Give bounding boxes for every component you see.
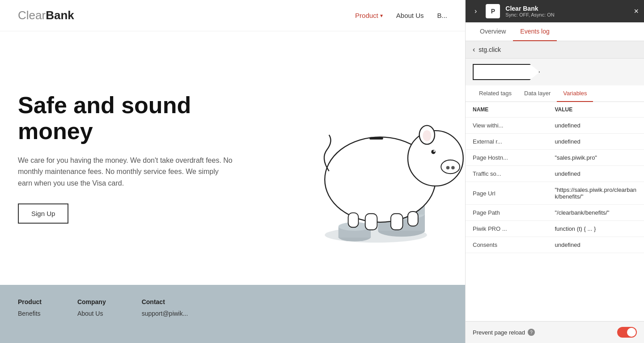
svg-point-17 <box>423 130 431 141</box>
nav-other[interactable]: B... <box>437 12 447 19</box>
var-value-0: undefined <box>555 122 637 129</box>
signup-button[interactable]: Sign Up <box>18 203 68 224</box>
svg-rect-18 <box>369 137 383 140</box>
devtools-footer: Prevent page reload ? <box>466 321 644 343</box>
nav-links: Product About Us B... <box>355 12 447 19</box>
var-value-5: "/clearbank/benefits/" <box>555 209 637 216</box>
nav-product[interactable]: Product <box>355 12 383 19</box>
prevent-reload-text: Prevent page reload <box>473 329 525 336</box>
event-name: stg.click <box>479 46 501 53</box>
var-name-0: View withi... <box>473 122 555 129</box>
svg-point-13 <box>451 166 455 169</box>
sub-tabs: Related tags Data layer Variables <box>466 85 644 102</box>
logo-clear: Clear <box>18 8 46 22</box>
hero-description: We care for you having the money. We don… <box>18 155 233 189</box>
toggle-knob <box>627 328 636 337</box>
var-name-4: Page Url <box>473 190 555 197</box>
table-row: Traffic so... undefined <box>466 166 644 182</box>
svg-point-11 <box>441 160 460 173</box>
var-name-3: Traffic so... <box>473 170 555 177</box>
svg-rect-19 <box>365 213 377 229</box>
nav-about[interactable]: About Us <box>396 12 424 19</box>
devtools-logo: P <box>486 4 500 18</box>
tag-arrow <box>473 64 540 80</box>
footer-product-title: Product <box>18 298 42 305</box>
devtools-header: › P Clear Bank Sync: OFF, Async: ON × <box>466 0 644 22</box>
table-row: View withi... undefined <box>466 118 644 134</box>
subtab-data-layer[interactable]: Data layer <box>518 85 557 102</box>
table-header: NAME VALUE <box>466 102 644 118</box>
piggy-illustration <box>295 69 465 248</box>
subtab-related-tags[interactable]: Related tags <box>473 85 518 102</box>
var-value-7: undefined <box>555 241 637 248</box>
site-logo: Clear Bank <box>18 8 74 22</box>
var-value-6: function (t) { ... } <box>555 225 637 232</box>
svg-rect-20 <box>391 213 403 229</box>
table-row: External r... undefined <box>466 134 644 150</box>
svg-point-15 <box>433 150 435 152</box>
footer-company-col: Company About Us <box>77 298 106 330</box>
var-name-5: Page Path <box>473 209 555 216</box>
table-row: Page Hostn... "sales.piwik.pro" <box>466 150 644 166</box>
devtools-app-name: Clear Bank <box>505 5 628 12</box>
svg-point-10 <box>408 131 463 186</box>
devtools-close-button[interactable]: × <box>634 7 639 16</box>
devtools-app-info: Clear Bank Sync: OFF, Async: ON <box>505 5 628 17</box>
help-icon[interactable]: ? <box>528 329 535 336</box>
var-name-7: Consents <box>473 241 555 248</box>
hero-title: Safe and sound money <box>18 93 242 144</box>
hero-section: Safe and sound money We care for you hav… <box>0 31 465 285</box>
tab-overview[interactable]: Overview <box>473 22 513 41</box>
variables-table: NAME VALUE View withi... undefined Exter… <box>466 102 644 321</box>
subtab-variables[interactable]: Variables <box>557 85 593 102</box>
event-row: ‹ stg.click <box>466 41 644 59</box>
svg-point-12 <box>446 166 450 169</box>
table-row: Page Path "/clearbank/benefits/" <box>466 205 644 221</box>
svg-rect-21 <box>348 212 359 227</box>
svg-rect-22 <box>408 212 418 226</box>
var-value-1: undefined <box>555 138 637 145</box>
prevent-reload-label: Prevent page reload ? <box>473 329 535 336</box>
hero-illustration <box>295 69 465 248</box>
table-row: Piwik PRO ... function (t) { ... } <box>466 221 644 237</box>
hero-text: Safe and sound money We care for you hav… <box>18 93 242 223</box>
table-row: Consents undefined <box>466 237 644 253</box>
var-value-4: "https://sales.piwik.pro/clearbank/benef… <box>555 186 637 200</box>
var-value-3: undefined <box>555 170 637 177</box>
back-button[interactable]: ‹ <box>473 46 475 54</box>
col-value-header: VALUE <box>555 106 637 113</box>
website: Clear Bank Product About Us B... Safe an… <box>0 0 465 343</box>
var-name-2: Page Hostn... <box>473 154 555 161</box>
svg-point-14 <box>431 149 436 154</box>
logo-bank: Bank <box>46 8 74 22</box>
tag-arrow-container <box>466 59 644 85</box>
footer-company-about[interactable]: About Us <box>77 310 106 317</box>
devtools-main-tabs: Overview Events log <box>466 22 644 41</box>
table-row: Page Url "https://sales.piwik.pro/clearb… <box>466 182 644 205</box>
prevent-reload-toggle[interactable] <box>617 327 637 338</box>
site-footer: Product Benefits Company About Us Contac… <box>0 285 465 343</box>
footer-contact-col: Contact support@piwik... <box>142 298 188 330</box>
footer-contact-email[interactable]: support@piwik... <box>142 310 188 317</box>
devtools-app-status: Sync: OFF, Async: ON <box>505 12 628 17</box>
devtools-expand-button[interactable]: › <box>471 5 480 17</box>
footer-product-col: Product Benefits <box>18 298 42 330</box>
devtools-panel: › P Clear Bank Sync: OFF, Async: ON × Ov… <box>465 0 644 343</box>
col-name-header: NAME <box>473 106 555 113</box>
footer-contact-title: Contact <box>142 298 188 305</box>
footer-company-title: Company <box>77 298 106 305</box>
tab-events-log[interactable]: Events log <box>513 22 556 41</box>
navbar: Clear Bank Product About Us B... <box>0 0 465 31</box>
footer-product-benefits[interactable]: Benefits <box>18 310 42 317</box>
var-name-1: External r... <box>473 138 555 145</box>
var-value-2: "sales.piwik.pro" <box>555 154 637 161</box>
var-name-6: Piwik PRO ... <box>473 225 555 232</box>
